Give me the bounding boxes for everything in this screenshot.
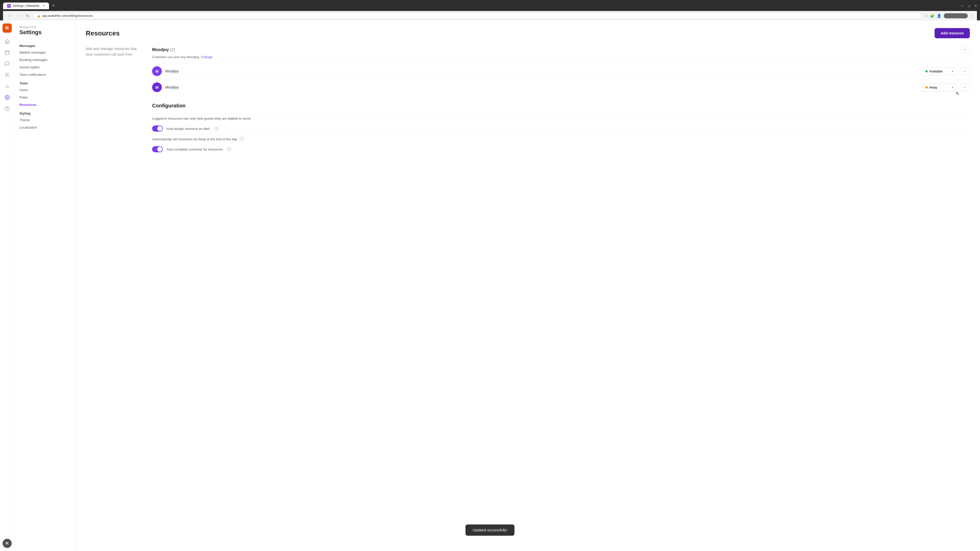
resource-initials-1: M	[156, 69, 159, 73]
auto-complete-toggle[interactable]	[152, 146, 163, 152]
resource-more-button-2[interactable]: ···	[960, 83, 970, 91]
svg-point-9	[6, 97, 8, 98]
resource-group-title-area: Moodjoy (2)	[152, 48, 175, 52]
auto-away-row: Automatically set resources as Away at t…	[152, 134, 970, 144]
url-text: app.waitwhile.com/settings/resources	[42, 14, 93, 17]
nav-icon-team[interactable]	[3, 70, 12, 79]
status-dot-2	[925, 86, 928, 89]
resource-status-button-1[interactable]: Available ▾	[921, 67, 957, 75]
auto-away-label: Automatically set resources as Away at t…	[152, 137, 237, 141]
tab-favicon: M	[7, 4, 11, 8]
resource-status-button-2[interactable]: Away ▾	[921, 83, 957, 91]
status-label-2: Away	[929, 86, 937, 89]
resource-name-1: Moodjoy	[165, 69, 921, 73]
active-tab[interactable]: M Settings | Waitwhile ✕	[3, 3, 49, 9]
nav-icon-analytics[interactable]	[3, 82, 12, 91]
settings-title: Settings	[19, 29, 70, 36]
maximize-button[interactable]: ◻	[968, 4, 970, 8]
incognito-badge[interactable]: Incognito (2)	[944, 13, 968, 18]
messages-section: Messages Waitlist messages Booking messa…	[14, 41, 75, 78]
toggle-thumb	[157, 126, 162, 131]
new-tab-button[interactable]: +	[50, 2, 57, 10]
resource-list: M Moodjoy Available ▾ ···	[152, 63, 970, 95]
team-section: Team Users Roles Resources	[14, 78, 75, 108]
resource-row: M Moodjoy Available ▾ ···	[152, 63, 970, 79]
sidebar-item-roles[interactable]: Roles	[14, 94, 75, 101]
auto-complete-row: Auto-complete customer for resources ?	[152, 144, 970, 155]
auto-assign-toggle[interactable]	[152, 125, 163, 132]
address-bar[interactable]: 🔒 app.waitwhile.com/settings/resources	[33, 13, 921, 19]
sidebar-item-booking-messages[interactable]: Booking messages	[14, 56, 75, 64]
settings-header: Moodjoy7434 Settings	[14, 25, 75, 41]
app-layout: M M Moodjoy7434 Settings	[0, 21, 980, 551]
auto-complete-label: Auto-complete customer for resources	[166, 148, 223, 151]
svg-rect-0	[6, 42, 8, 43]
nav-icon-settings[interactable]	[3, 93, 12, 102]
svg-rect-1	[5, 51, 9, 55]
browser-tabs: M Settings | Waitwhile ✕ + — ◻ ✕	[3, 2, 977, 10]
auto-assign-help-icon[interactable]: ?	[215, 127, 218, 130]
nav-icon-calendar[interactable]	[3, 48, 12, 57]
sidebar-item-team-notifications[interactable]: Team notifications	[14, 71, 75, 78]
subtitle-text: Customer can pick any Moodjoy.	[152, 55, 200, 59]
nav-icon-help[interactable]	[3, 104, 12, 113]
resource-initials-2: M	[156, 85, 159, 89]
sidebar-item-waitlist-messages[interactable]: Waitlist messages	[14, 49, 75, 56]
browser-chrome: M Settings | Waitwhile ✕ + — ◻ ✕ ← → ↻ 🔒…	[0, 0, 980, 21]
styling-section: Styling Theme Localization	[14, 108, 75, 131]
auto-assign-label: Auto-assign resource on alert	[166, 127, 210, 130]
sidebar-item-resources[interactable]: Resources	[14, 101, 75, 108]
resource-name-2: Moodjoy	[165, 85, 921, 89]
refresh-button[interactable]: ↻	[24, 13, 30, 18]
group-more-button[interactable]: ···	[960, 46, 970, 54]
profile-icon[interactable]: 👤	[937, 14, 941, 18]
toast-message: Updated successfully!	[473, 528, 508, 532]
resource-row-2: M Moodjoy Away ▾ ··· ↖	[152, 79, 970, 95]
svg-point-10	[5, 106, 9, 111]
forward-button[interactable]: →	[15, 13, 22, 18]
page-header: Resources Add resource	[86, 28, 970, 38]
success-toast: Updated successfully!	[466, 524, 514, 536]
resource-group-header: Moodjoy (2) ···	[152, 46, 970, 54]
auto-assign-row: Auto-assign resource on alert ?	[152, 123, 970, 134]
main-content: Resources Add resource Add and manage re…	[76, 21, 980, 551]
description-text: Add and manage resources that your custo…	[86, 46, 142, 57]
tab-close-button[interactable]: ✕	[43, 4, 45, 7]
tab-label: Settings | Waitwhile	[13, 4, 39, 8]
resource-more-button-1[interactable]: ···	[960, 67, 970, 75]
icon-sidebar: M M	[0, 21, 14, 551]
resource-group-name: Moodjoy	[152, 48, 169, 52]
user-avatar[interactable]: M	[3, 539, 12, 548]
window-controls: — ◻ ✕	[961, 4, 977, 8]
team-section-label: Team	[14, 78, 75, 86]
page-title: Resources	[86, 29, 120, 37]
status-dot-1	[925, 70, 928, 73]
app-logo: M	[3, 24, 12, 33]
sidebar-item-theme[interactable]: Theme	[14, 116, 75, 124]
sidebar-item-users[interactable]: Users	[14, 86, 75, 94]
auto-away-help-icon[interactable]: ?	[240, 137, 244, 141]
bookmark-icon[interactable]: ☆	[924, 14, 928, 18]
sidebar-item-localization[interactable]: Localization	[14, 124, 75, 131]
toggle-thumb-2	[157, 147, 162, 152]
menu-icon[interactable]: ⋮	[970, 14, 974, 18]
resources-column: Moodjoy (2) ··· Customer can pick any Mo…	[152, 46, 970, 155]
nav-icon-home[interactable]	[3, 37, 12, 46]
nav-icon-chat[interactable]	[3, 59, 12, 68]
close-window-button[interactable]: ✕	[974, 4, 977, 8]
sidebar-item-saved-replies[interactable]: Saved replies	[14, 64, 75, 71]
resource-group-count: (2)	[170, 48, 175, 52]
change-link[interactable]: Change	[201, 55, 213, 59]
resource-actions-2: Away ▾ ··· ↖	[921, 83, 970, 91]
org-name: Moodjoy7434	[19, 25, 70, 29]
browser-toolbar: ← → ↻ 🔒 app.waitwhile.com/settings/resou…	[3, 11, 977, 21]
extensions-icon[interactable]: 🧩	[930, 14, 934, 18]
auto-complete-help-icon[interactable]: ?	[227, 147, 231, 151]
status-label-1: Available	[929, 69, 943, 73]
minimize-button[interactable]: —	[961, 4, 964, 8]
configuration-section: Configuration Logged-in resources can on…	[152, 103, 970, 155]
back-button[interactable]: ←	[6, 13, 13, 18]
cursor-indicator: ↖	[956, 91, 959, 97]
resource-avatar-1: M	[152, 66, 162, 76]
add-resource-button[interactable]: Add resource	[935, 28, 970, 38]
